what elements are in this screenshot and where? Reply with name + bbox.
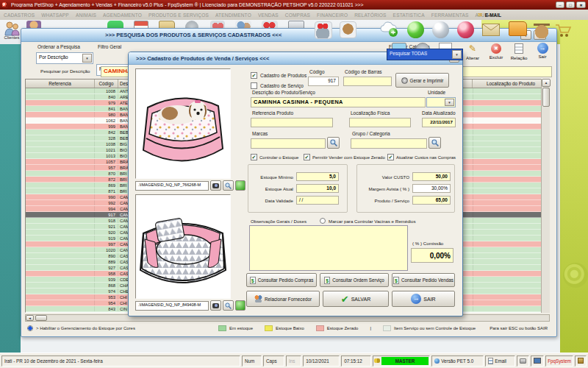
menu-email[interactable]: ✉ E-MAIL [478, 10, 501, 19]
codigo-input[interactable]: 917 [308, 77, 339, 86]
close-button[interactable]: ✖ [576, 1, 586, 8]
category-select[interactable]: Pesquisar TODAS [387, 49, 463, 60]
toolbar-item-clientes[interactable]: Clientes [1, 21, 22, 43]
menu-item[interactable]: AGENDAMENTO [103, 13, 142, 18]
status-email[interactable]: Email [485, 355, 514, 367]
search-window-titlebar[interactable]: >>> PESQUISA DOS PRODUTOS & SERVIÇOS CAD… [21, 29, 556, 42]
camera-button-1[interactable] [210, 180, 221, 191]
menu-item[interactable]: COMPRAS [285, 13, 310, 18]
refresh-button-1[interactable] [235, 180, 245, 191]
permitir-vender-check[interactable]: Permitir Vender com Estoque Zerado [304, 154, 385, 160]
menu-item[interactable]: WHATSAPP [41, 13, 69, 18]
toolbar-green-ball-icon[interactable] [407, 21, 424, 38]
toolbar-envelope-icon[interactable] [482, 24, 500, 36]
localizacao-label: Localização Física [351, 110, 390, 116]
toolbar-red-ball-icon[interactable] [457, 21, 474, 38]
barras-input[interactable] [343, 77, 392, 86]
refresh-button-2[interactable] [235, 300, 245, 311]
observacoes-textarea[interactable] [249, 225, 408, 271]
atualizar-custos-check[interactable]: Atualizar Custos nas Compras [387, 154, 456, 160]
radio-icon[interactable] [320, 218, 326, 224]
cadastro-servico-check[interactable]: Cadastro de Serviço [251, 82, 304, 89]
stock-colors-radio[interactable] [27, 325, 33, 331]
vscroll-thumb[interactable] [542, 88, 550, 107]
toolbar-money-bag-icon[interactable] [534, 21, 550, 38]
minimize-button[interactable]: – [556, 1, 564, 8]
menu-item[interactable]: RELATÓRIOS [354, 13, 386, 18]
hscroll-thumb[interactable] [35, 315, 47, 321]
consultar-os-button[interactable]: $ Consultar Ordem Serviço [320, 273, 389, 287]
menu-item[interactable]: CADASTROS [4, 13, 35, 18]
image2-path-input[interactable]: .\IMAGENS\D_NQ_NP_849408-M [135, 301, 209, 311]
toolbar-orange-folder-icon[interactable] [509, 21, 527, 36]
unidade-select[interactable] [426, 97, 456, 107]
zoom-button-1[interactable] [223, 180, 234, 191]
scroll-up-icon[interactable]: ▲ [542, 79, 551, 87]
toolbar-cloud-sync-icon[interactable] [379, 20, 400, 38]
col-codigo[interactable]: Código [95, 79, 118, 88]
checkbox-icon[interactable] [387, 154, 394, 160]
zoom-button-2[interactable] [223, 300, 234, 311]
estoque-atual-input[interactable]: 10,0 [296, 184, 339, 193]
toolbar-cart-icon[interactable] [554, 23, 572, 38]
image1-path-input[interactable]: .\IMAGENS\D_NQ_NP_766268-M [135, 181, 209, 191]
col-localizacao[interactable]: Localização do Produto [473, 79, 549, 88]
menu-item[interactable]: VENDAS [258, 13, 279, 18]
relacionar-fornecedor-button[interactable]: Relacionar Fornecedor [246, 291, 320, 307]
toolbar-pet-icon[interactable] [340, 21, 356, 38]
table-cell: 1021 [95, 147, 118, 152]
checkbox-icon[interactable] [251, 82, 257, 89]
cadastro-produtos-check[interactable]: Cadastro de Produtos [251, 72, 306, 79]
margem-input[interactable]: 30,00% [412, 184, 451, 193]
table-cell [26, 165, 95, 170]
dialog-sair-button[interactable]: → SAIR [392, 291, 455, 307]
table-cell [473, 300, 549, 305]
scroll-left-icon[interactable]: ◄ [26, 315, 34, 321]
table-vscrollbar[interactable]: ▲ [541, 79, 550, 313]
camera-button-2[interactable] [210, 300, 221, 311]
data-validade-input[interactable]: / / [296, 196, 339, 205]
table-cell: 1008 [95, 88, 118, 93]
table-cell [26, 253, 95, 258]
checkbox-icon[interactable] [251, 72, 257, 79]
grupo-input[interactable] [351, 138, 427, 149]
controlar-estoque-check[interactable]: Controlar o Estoque [251, 154, 298, 160]
consultar-vendas-button[interactable]: $ Consultar Pedido Vendas [392, 273, 455, 287]
produto-servico-input[interactable]: 65,00 [412, 196, 451, 205]
descricao-input[interactable]: CAMINHA CASINHA - PEQUENA [251, 97, 426, 107]
sair-window-button[interactable]: → Sair [531, 43, 553, 63]
col-referencia[interactable]: Referencia [26, 79, 95, 88]
menu-item[interactable]: ESTATISTICA [393, 13, 425, 18]
consultar-compras-button[interactable]: $ Consultar Pedido Compras [246, 273, 317, 287]
menu-item[interactable]: ANIMAIS [76, 13, 96, 18]
toolbar-silver-ball-icon[interactable] [432, 21, 449, 38]
salvar-button[interactable]: ✔ SALVAR [323, 291, 389, 307]
table-cell [473, 236, 549, 241]
status-monitor[interactable] [531, 355, 544, 367]
referencia-input[interactable] [251, 118, 333, 127]
alterar-button[interactable]: ✎ Alterar [462, 43, 483, 63]
data-atualizado-input[interactable]: 22/11/2017 [422, 118, 456, 127]
checkbox-icon[interactable] [304, 154, 310, 160]
order-select[interactable]: Por Descrição [36, 52, 93, 64]
menu-item[interactable]: ATENDIMENTO [215, 13, 251, 18]
estoque-minimo-input[interactable]: 5,0 [296, 172, 339, 181]
data-atualizado-label: Data Atualizado [422, 110, 456, 116]
localizacao-input[interactable] [349, 118, 411, 127]
maximize-button[interactable]: □ [566, 1, 575, 8]
gerar-imprimir-button[interactable]: Gerar e Imprimir [395, 73, 449, 88]
relacao-button[interactable]: Relação [508, 43, 530, 63]
valor-custo-input[interactable]: 50,00 [412, 172, 451, 181]
excluir-button[interactable]: ✖ Excluir [486, 43, 506, 63]
status-printer[interactable] [517, 355, 530, 367]
menu-item[interactable]: FERRAMENTAS [431, 13, 469, 18]
vacinas-radio[interactable]: Marcar para Controlar Vacinas e Remédios [320, 218, 416, 224]
grupo-search-button[interactable] [429, 137, 441, 149]
marcas-search-button[interactable] [327, 137, 340, 149]
menu-item[interactable]: PRODUTOS E SERVIÇOS [148, 13, 209, 18]
toolbar-agenda-people-icon[interactable] [315, 21, 332, 39]
checkbox-icon[interactable] [251, 154, 257, 160]
comissao-input[interactable]: 0,00% [411, 248, 453, 263]
menu-item[interactable]: FINANCEIRO [317, 13, 348, 18]
marcas-input[interactable] [251, 138, 326, 149]
